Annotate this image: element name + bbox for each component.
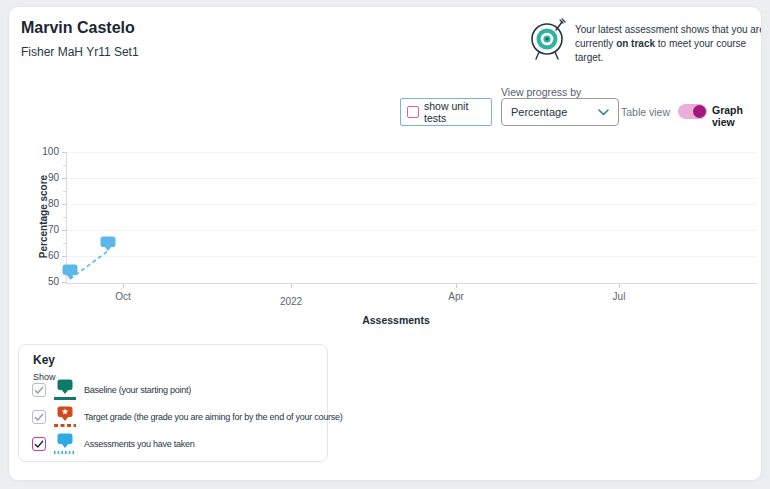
key-row-target-grade: Target grade (the grade you are aiming f… xyxy=(32,405,321,429)
x-tick-label: Jul xyxy=(601,291,637,302)
table-view-label[interactable]: Table view xyxy=(621,106,671,118)
key-panel: Key Show Baseline (your starting point) xyxy=(18,344,328,462)
assessments-checkbox[interactable] xyxy=(32,437,46,451)
y-tick-label: 90 xyxy=(33,172,59,183)
key-title: Key xyxy=(33,353,55,367)
toggle-knob xyxy=(693,105,706,118)
assessment-series xyxy=(66,152,757,284)
y-tick-label: 70 xyxy=(33,224,59,235)
x-tick-label: 2022 xyxy=(273,296,309,307)
x-tick-label: Apr xyxy=(438,291,474,302)
x-tick xyxy=(123,284,124,288)
target-grade-pin-icon xyxy=(53,406,77,428)
view-progress-by-label: View progress by xyxy=(501,86,581,98)
x-axis-title: Assessments xyxy=(329,314,463,326)
target-grade-label: Target grade (the grade you are aiming f… xyxy=(84,412,342,422)
show-unit-tests-checkbox[interactable] xyxy=(407,106,419,118)
progress-card: Marvin Castelo Fisher MaH Yr11 Set1 Your… xyxy=(8,6,762,481)
check-icon xyxy=(34,386,44,395)
status-message: Your latest assessment shows that you ar… xyxy=(575,23,762,65)
show-unit-tests-label: show unit tests xyxy=(424,100,491,124)
y-tick-label: 60 xyxy=(33,250,59,261)
view-toggle-switch[interactable] xyxy=(678,104,707,119)
baseline-label: Baseline (your starting point) xyxy=(84,385,191,395)
x-tick xyxy=(456,284,457,288)
graph-view-label[interactable]: Graph view xyxy=(712,104,761,128)
assessments-pin-shape xyxy=(58,434,73,449)
baseline-checkbox[interactable] xyxy=(32,383,46,397)
key-row-baseline: Baseline (your starting point) xyxy=(32,378,321,402)
check-icon xyxy=(34,413,44,422)
check-icon xyxy=(34,440,44,449)
target-icon xyxy=(527,18,567,60)
class-group: Fisher MaH Yr11 Set1 xyxy=(21,45,139,59)
y-tick-label: 100 xyxy=(33,146,59,157)
x-tick-label: Oct xyxy=(105,291,141,302)
key-row-assessments: Assessments you have taken xyxy=(32,432,321,456)
target-grade-checkbox[interactable] xyxy=(32,410,46,424)
x-tick xyxy=(291,284,292,288)
baseline-pin-shape xyxy=(58,380,73,395)
assessment-pin-marker[interactable] xyxy=(63,265,78,280)
view-progress-selected-value: Percentage xyxy=(511,106,567,118)
assessments-pin-icon xyxy=(53,433,77,455)
assessment-pin-marker[interactable] xyxy=(101,237,116,252)
y-tick-label: 80 xyxy=(33,198,59,209)
baseline-pin-icon xyxy=(53,379,77,401)
show-unit-tests-control[interactable]: show unit tests xyxy=(400,98,492,126)
y-tick-label: 50 xyxy=(33,276,59,287)
status-highlight: on track xyxy=(616,38,655,49)
assessments-label: Assessments you have taken xyxy=(84,439,195,449)
x-tick xyxy=(619,284,620,288)
chevron-down-icon xyxy=(598,109,609,116)
view-progress-select[interactable]: Percentage xyxy=(501,98,619,126)
student-name: Marvin Castelo xyxy=(21,19,135,37)
